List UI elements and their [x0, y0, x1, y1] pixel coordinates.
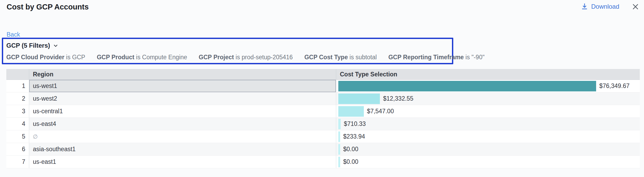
cost-bar [338, 81, 596, 91]
filter-list: GCP Cloud Provider is GCPGCP Product is … [6, 54, 449, 61]
row-index: 3 [6, 105, 29, 117]
download-button[interactable]: Download [581, 3, 619, 10]
filter-field: GCP Project [199, 54, 234, 61]
cost-value: $0.00 [343, 146, 359, 153]
cost-bar-cell: $7,547.00 [336, 105, 640, 117]
cost-bar [338, 131, 340, 142]
filter-field: GCP Reporting Timeframe [388, 54, 464, 61]
filter-field: GCP Product [97, 54, 134, 61]
region-cell[interactable]: asia-southeast1 [29, 143, 336, 155]
cost-bar [338, 94, 380, 104]
filter-condition: is subtotal [348, 54, 377, 61]
region-cell[interactable]: ∅ [29, 130, 336, 143]
chevron-down-icon [53, 43, 58, 48]
filter-field: GCP Cost Type [304, 54, 348, 61]
filter-condition: is prod-setup-205416 [234, 54, 293, 61]
cost-bar-cell: $233.94 [336, 130, 640, 143]
row-index: 2 [6, 92, 29, 105]
region-cell[interactable]: us-east4 [29, 118, 336, 130]
table-row[interactable]: 3us-central1$7,547.00 [6, 105, 640, 118]
close-button[interactable] [631, 3, 639, 11]
table-header: Region Cost Type Selection [6, 69, 640, 80]
download-icon [581, 3, 588, 10]
row-index: 6 [6, 143, 29, 155]
region-cell[interactable]: us-west1 [29, 80, 336, 92]
filter-condition: is Compute Engine [134, 54, 187, 61]
cost-value: $0.00 [343, 158, 359, 165]
cost-bar [338, 144, 340, 155]
filter-group-dropdown[interactable]: GCP (5 Filters) [6, 42, 58, 49]
filter-condition: is GCP [64, 54, 85, 61]
table-row[interactable]: 2us-west2$12,332.55 [6, 92, 640, 105]
cost-value: $710.33 [344, 120, 366, 127]
cost-bar-cell: $0.00 [336, 143, 640, 155]
region-cell[interactable]: us-east1 [29, 156, 336, 168]
back-link[interactable]: Back [7, 31, 20, 38]
filter-item: GCP Product is Compute Engine [97, 54, 187, 61]
cost-value: $233.94 [343, 133, 365, 140]
table-row[interactable]: 6asia-southeast1$0.00 [6, 143, 640, 156]
filter-field: GCP Cloud Provider [6, 54, 64, 61]
cost-bar-cell: $710.33 [336, 118, 640, 130]
cost-table: Region Cost Type Selection 1us-west1$76,… [6, 69, 640, 168]
cost-value: $12,332.55 [383, 95, 413, 102]
region-cell[interactable]: us-central1 [29, 105, 336, 117]
table-row[interactable]: 4us-east4$710.33 [6, 118, 640, 130]
page-title: Cost by GCP Accounts [7, 3, 89, 11]
table-body: 1us-west1$76,349.672us-west2$12,332.553u… [6, 80, 640, 168]
filter-item: GCP Cost Type is subtotal [304, 54, 377, 61]
cost-bar-cell: $12,332.55 [336, 92, 640, 105]
cost-bar [338, 157, 340, 167]
download-label: Download [591, 3, 619, 10]
filter-item: GCP Project is prod-setup-205416 [199, 54, 293, 61]
close-icon [632, 3, 639, 10]
table-row[interactable]: 1us-west1$76,349.67 [6, 80, 640, 92]
top-actions: Download [581, 3, 639, 11]
row-index: 1 [6, 80, 29, 92]
region-cell[interactable]: us-west2 [29, 92, 336, 105]
cost-value: $76,349.67 [599, 82, 630, 90]
cost-bar [338, 119, 341, 129]
filter-item: GCP Cloud Provider is GCP [6, 54, 85, 61]
filter-item: GCP Reporting Timeframe is "-90" [388, 54, 485, 61]
row-index: 5 [6, 130, 29, 143]
cost-bar-cell: $76,349.67 [336, 80, 640, 92]
cost-bar-cell: $0.00 [336, 156, 640, 168]
table-row[interactable]: 7us-east1$0.00 [6, 156, 640, 168]
row-index: 7 [6, 156, 29, 168]
filter-panel: GCP (5 Filters) GCP Cloud Provider is GC… [2, 38, 453, 64]
filter-group-label: GCP (5 Filters) [6, 42, 50, 49]
cost-bar [338, 106, 364, 117]
table-row[interactable]: 5∅$233.94 [6, 130, 640, 143]
cost-column-header[interactable]: Cost Type Selection [336, 69, 640, 80]
row-index: 4 [6, 118, 29, 130]
filter-condition: is "-90" [464, 54, 485, 61]
cost-value: $7,547.00 [367, 108, 394, 115]
row-number-header [6, 69, 29, 80]
region-column-header[interactable]: Region [29, 69, 336, 80]
